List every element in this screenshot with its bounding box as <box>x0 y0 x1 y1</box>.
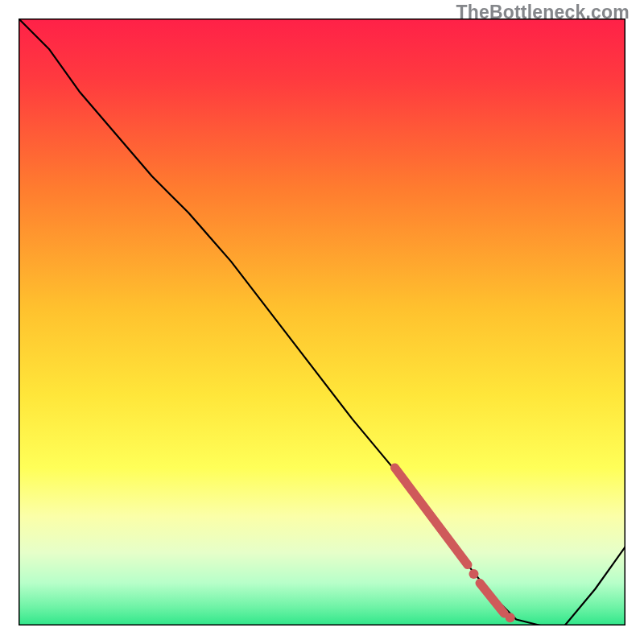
plot-area <box>19 19 625 625</box>
watermark-text: TheBottleneck.com <box>456 2 630 23</box>
gradient-background <box>19 19 625 625</box>
chart-container: TheBottleneck.com <box>0 0 644 644</box>
highlight-dot <box>506 613 515 622</box>
chart-svg <box>19 19 625 625</box>
highlight-dot <box>469 569 479 579</box>
